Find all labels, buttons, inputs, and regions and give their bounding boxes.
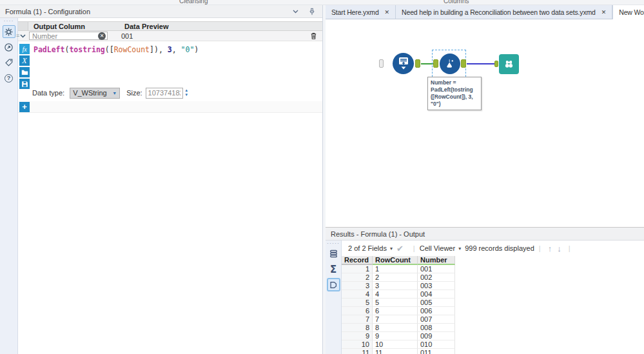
fields-dropdown-label[interactable]: 2 of 2 Fields xyxy=(348,244,387,252)
number-cell[interactable]: 005 xyxy=(418,299,455,307)
collapse-chevron-icon[interactable] xyxy=(290,7,300,16)
cell-viewer-dropdown-label[interactable]: Cell Viewer xyxy=(420,244,455,252)
ribbon-label-columns: Columns xyxy=(444,0,469,5)
tab-close-icon[interactable]: ✕ xyxy=(385,9,389,15)
navigation-tab-icon[interactable] xyxy=(3,41,15,54)
metadata-sigma-view-icon[interactable]: Σ xyxy=(327,262,340,276)
gutter-cell xyxy=(18,22,28,30)
actions-header-cell xyxy=(304,22,322,30)
data-type-dropdown[interactable]: V_WString ▼ xyxy=(70,88,120,99)
data-grid-view-icon[interactable] xyxy=(327,247,340,261)
rowcount-cell[interactable]: 3 xyxy=(373,282,418,290)
browse-input-anchor[interactable] xyxy=(494,61,498,67)
results-main: 2 of 2 Fields ▾ ✔ | Cell Viewer ▾ 999 re… xyxy=(342,241,644,354)
record-cell: 3 xyxy=(342,282,373,290)
rowcount-cell[interactable]: 11 xyxy=(373,349,418,354)
tab-new-workflow2[interactable]: New Workflow2* ✕ xyxy=(612,5,644,19)
functions-fx-button[interactable]: fx xyxy=(19,44,30,54)
spinner-down-icon[interactable]: ▼ xyxy=(184,93,188,97)
number-cell[interactable]: 007 xyxy=(418,315,455,324)
token-function: PadLeft xyxy=(34,45,64,54)
configuration-tab-gear-icon[interactable] xyxy=(3,25,15,38)
strip-grip-dots[interactable]: ···· xyxy=(4,19,14,23)
token-number: 3 xyxy=(168,45,172,54)
record-cell: 5 xyxy=(342,299,373,307)
annotation-tag-icon[interactable] xyxy=(3,56,15,69)
cell-viewer-caret-icon[interactable]: ▾ xyxy=(458,246,461,251)
tab-close-icon[interactable]: ✕ xyxy=(601,9,606,15)
results-panel-title: Results - Formula (1) - Output xyxy=(331,230,639,238)
spinner-up-icon[interactable]: ▲ xyxy=(184,88,188,93)
formula-expression-editor[interactable]: PadLeft(tostring([RowCount]), 3, "0") xyxy=(34,45,199,54)
rowcount-cell[interactable]: 6 xyxy=(373,307,418,315)
number-column-header[interactable]: Number xyxy=(418,256,455,265)
expression-row: ≡ ✕ 001 xyxy=(18,31,322,41)
generate-rows-tool-icon[interactable] xyxy=(393,53,414,74)
row-expand-chevron-icon[interactable] xyxy=(20,34,29,38)
help-question-icon[interactable]: ? xyxy=(3,72,15,84)
formula-input-anchor[interactable] xyxy=(433,59,438,68)
results-panel: Results - Formula (1) - Output ····· Σ 2… xyxy=(326,227,644,354)
record-column-header[interactable]: Record xyxy=(342,256,373,265)
size-spinner[interactable]: ▲ ▼ xyxy=(183,88,190,99)
results-icon-strip: ····· Σ xyxy=(326,241,342,354)
rowcount-cell[interactable]: 4 xyxy=(373,290,418,299)
clear-field-icon[interactable]: ✕ xyxy=(98,32,106,40)
rowcount-cell[interactable]: 9 xyxy=(373,332,418,340)
open-expression-folder-icon[interactable] xyxy=(19,67,30,77)
scroll-up-arrow-icon[interactable]: ↑ xyxy=(548,244,552,253)
rowcount-cell[interactable]: 5 xyxy=(373,299,418,307)
fields-dropdown-caret-icon[interactable]: ▾ xyxy=(390,246,393,251)
formula-tool-icon[interactable] xyxy=(440,54,460,74)
rowcount-cell[interactable]: 7 xyxy=(373,315,418,324)
number-cell[interactable]: 002 xyxy=(418,273,455,282)
rowcount-cell[interactable]: 2 xyxy=(373,273,418,282)
record-cell: 11 xyxy=(342,349,373,354)
number-cell[interactable]: 003 xyxy=(418,282,455,290)
record-cell: 8 xyxy=(342,324,373,332)
pin-icon[interactable] xyxy=(307,7,317,16)
tab-start-here[interactable]: Start Here.yxmd ✕ xyxy=(326,5,396,19)
number-cell[interactable]: 001 xyxy=(418,265,455,273)
generate-rows-input-anchor[interactable] xyxy=(379,59,384,68)
browse-tool-icon[interactable] xyxy=(499,54,519,74)
table-row: 44004 xyxy=(342,290,644,299)
generate-rows-output-anchor[interactable] xyxy=(415,59,420,68)
number-cell[interactable]: 010 xyxy=(418,340,455,349)
table-row: 99009 xyxy=(342,332,644,340)
output-column-input[interactable] xyxy=(29,32,108,40)
add-expression-button[interactable]: + xyxy=(19,102,30,112)
workflow-canvas[interactable]: Number = PadLeft(tostring ([RowCount]), … xyxy=(326,19,644,227)
data-profile-view-icon[interactable] xyxy=(327,278,340,291)
scroll-down-arrow-icon[interactable]: ↓ xyxy=(557,244,561,253)
formula-output-anchor[interactable] xyxy=(461,59,466,68)
add-expression-row xyxy=(18,101,322,113)
size-label: Size: xyxy=(126,89,142,97)
size-input[interactable] xyxy=(146,88,183,99)
rowcount-cell[interactable]: 10 xyxy=(373,340,418,349)
connection-wire-blue-selected[interactable] xyxy=(467,63,494,64)
tab-label: New Workflow2* xyxy=(619,8,644,16)
table-row: 11001 xyxy=(342,265,644,273)
rowcount-cell[interactable]: 1 xyxy=(373,265,418,273)
number-cell[interactable]: 009 xyxy=(418,332,455,340)
dropdown-caret-icon: ▼ xyxy=(112,91,117,95)
rowcount-column-header[interactable]: RowCount xyxy=(373,256,418,265)
table-row: 77007 xyxy=(342,315,644,324)
variables-x-button[interactable]: X xyxy=(19,55,30,66)
fx-glyph: fx xyxy=(22,46,26,53)
apply-checkmark-icon[interactable]: ✔ xyxy=(396,244,404,253)
tab-reconciliation[interactable]: Need help in building a Reconciliation b… xyxy=(396,5,612,19)
number-cell[interactable]: 004 xyxy=(418,290,455,299)
number-cell[interactable]: 008 xyxy=(418,324,455,332)
tool-annotation-box[interactable]: Number = PadLeft(tostring ([RowCount]), … xyxy=(427,77,482,110)
formula-editor-area: Output Column Data Preview ≡ ✕ 001 xyxy=(18,18,322,354)
number-cell[interactable]: 006 xyxy=(418,307,455,315)
output-column-header: Output Column xyxy=(28,22,119,30)
token-paren: ]), xyxy=(150,45,168,54)
results-grip-dots[interactable]: ····· xyxy=(327,241,340,245)
number-cell[interactable]: 011 xyxy=(418,349,455,354)
toolbar-separator: | xyxy=(413,244,415,252)
rowcount-cell[interactable]: 8 xyxy=(373,324,418,332)
delete-expression-trash-icon[interactable] xyxy=(309,32,322,40)
